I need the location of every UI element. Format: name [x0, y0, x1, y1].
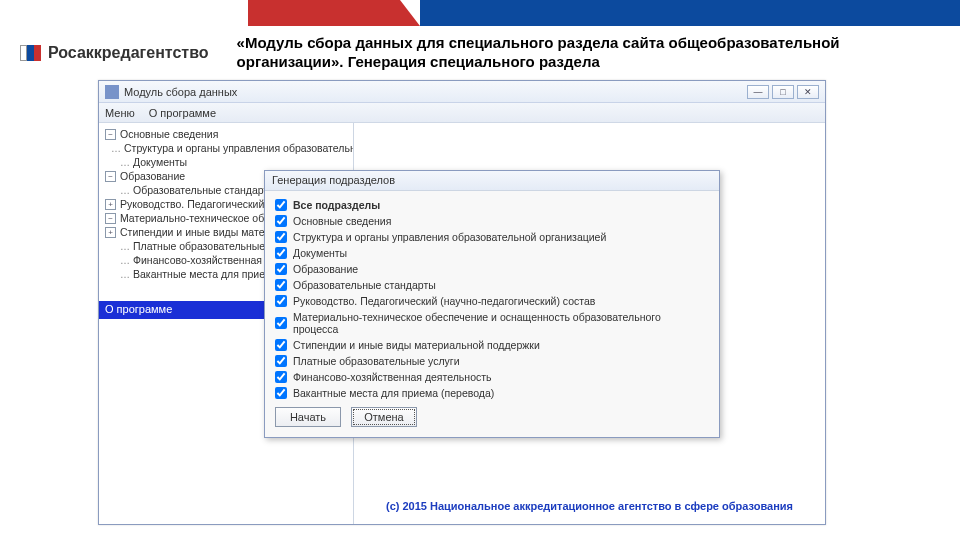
- menu-file[interactable]: Меню: [105, 107, 135, 119]
- tree-label: Образование: [120, 170, 185, 182]
- checkbox[interactable]: [275, 371, 287, 383]
- titlebar[interactable]: Модуль сбора данных — □ ✕: [99, 81, 825, 103]
- check-vacancies[interactable]: Вакантные места для приема (перевода): [275, 385, 709, 401]
- checkbox[interactable]: [275, 247, 287, 259]
- checkbox[interactable]: [275, 355, 287, 367]
- tree-label: Платные образовательные усл: [133, 240, 285, 252]
- banner-white: [0, 0, 248, 26]
- tree-label: Структура и органы управления образовате…: [124, 142, 354, 154]
- check-education[interactable]: Образование: [275, 261, 709, 277]
- brand-row: Росаккредагентство «Модуль сбора данных …: [0, 26, 960, 76]
- checkbox[interactable]: [275, 215, 287, 227]
- check-material[interactable]: Материально-техническое обеспечение и ос…: [275, 309, 709, 337]
- checkbox[interactable]: [275, 279, 287, 291]
- app-icon: [105, 85, 119, 99]
- check-label: Структура и органы управления образовате…: [293, 231, 606, 243]
- tree-label: Образовательные стандарты: [133, 184, 276, 196]
- banner-red: [248, 0, 400, 26]
- tree-label: Вакантные места для приема: [133, 268, 278, 280]
- check-label: Материально-техническое обеспечение и ос…: [293, 311, 709, 335]
- check-staff[interactable]: Руководство. Педагогический (научно-педа…: [275, 293, 709, 309]
- cancel-button[interactable]: Отмена: [351, 407, 417, 427]
- check-label: Все подразделы: [293, 199, 380, 211]
- tree-node-structure[interactable]: …Структура и органы управления образоват…: [103, 141, 349, 155]
- maximize-button[interactable]: □: [772, 85, 794, 99]
- menu-about[interactable]: О программе: [149, 107, 216, 119]
- start-button[interactable]: Начать: [275, 407, 341, 427]
- check-label: Основные сведения: [293, 215, 391, 227]
- check-label: Руководство. Педагогический (научно-педа…: [293, 295, 595, 307]
- check-structure[interactable]: Структура и органы управления образовате…: [275, 229, 709, 245]
- check-paid[interactable]: Платные образовательные услуги: [275, 353, 709, 369]
- check-all[interactable]: Все подразделы: [275, 197, 709, 213]
- app-title: Модуль сбора данных: [124, 86, 237, 98]
- menubar: Меню О программе: [99, 103, 825, 123]
- check-label: Образование: [293, 263, 358, 275]
- generate-dialog: Генерация подразделов Все подразделы Осн…: [264, 170, 720, 438]
- tree-label: Основные сведения: [120, 128, 218, 140]
- brand-logo-icon: [20, 45, 42, 61]
- checkbox[interactable]: [275, 387, 287, 399]
- check-label: Документы: [293, 247, 347, 259]
- dialog-title[interactable]: Генерация подразделов: [265, 171, 719, 191]
- check-label: Стипендии и иные виды материальной подде…: [293, 339, 540, 351]
- tree-node-basic[interactable]: −Основные сведения: [103, 127, 349, 141]
- check-all-box[interactable]: [275, 199, 287, 211]
- check-finance[interactable]: Финансово-хозяйственная деятельность: [275, 369, 709, 385]
- check-label: Вакантные места для приема (перевода): [293, 387, 494, 399]
- close-button[interactable]: ✕: [797, 85, 819, 99]
- banner: [0, 0, 960, 26]
- check-stipend[interactable]: Стипендии и иные виды материальной подде…: [275, 337, 709, 353]
- tree-label: Финансово-хозяйственная дея: [133, 254, 283, 266]
- checkbox[interactable]: [275, 317, 287, 329]
- checkbox[interactable]: [275, 231, 287, 243]
- tree-node-docs[interactable]: …Документы: [103, 155, 349, 169]
- checkbox[interactable]: [275, 295, 287, 307]
- brand-name: Росаккредагентство: [48, 44, 209, 62]
- tree-label: Стипендии и иные виды матер: [120, 226, 270, 238]
- check-basic[interactable]: Основные сведения: [275, 213, 709, 229]
- tree-label: Документы: [133, 156, 187, 168]
- banner-blue: [420, 0, 960, 26]
- checkbox[interactable]: [275, 263, 287, 275]
- tree-label: Материально-техническое обе: [120, 212, 270, 224]
- tree-label: Руководство. Педагогический: [120, 198, 264, 210]
- slide-title: «Модуль сбора данных для специального ра…: [237, 34, 897, 72]
- checkbox[interactable]: [275, 339, 287, 351]
- check-label: Платные образовательные услуги: [293, 355, 460, 367]
- check-docs[interactable]: Документы: [275, 245, 709, 261]
- check-label: Финансово-хозяйственная деятельность: [293, 371, 492, 383]
- check-label: Образовательные стандарты: [293, 279, 436, 291]
- check-standards[interactable]: Образовательные стандарты: [275, 277, 709, 293]
- copyright: (c) 2015 Национальное аккредитационное а…: [386, 500, 793, 512]
- minimize-button[interactable]: —: [747, 85, 769, 99]
